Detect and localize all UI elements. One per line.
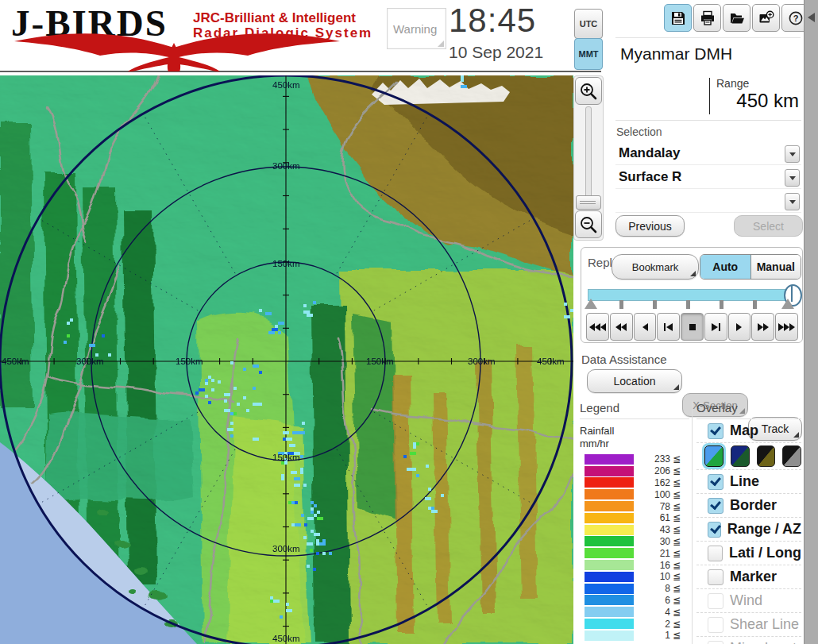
overlay-checkbox[interactable] [708,522,721,538]
legend-lte-symbol: ≦ [673,453,681,465]
legend-lte-symbol: ≦ [673,560,681,571]
time-tick [619,300,623,309]
chevron-down-icon [789,176,796,180]
overlay-checkbox[interactable] [708,546,723,561]
overlay-label: Marker [730,569,777,585]
replay-panel: Replay Bookmark Auto Manual [581,247,803,343]
site-dropdown-value: Mandalay [619,145,680,161]
overlay-label: Microburst [730,640,797,644]
legend-lte-symbol: ≦ [673,477,681,488]
divider [580,418,689,419]
range-end-marker[interactable] [781,299,794,309]
zoom-slider-thumb[interactable] [576,195,601,210]
overlay-item-line: Line [696,469,801,493]
legend-swatch [585,595,634,605]
legend-entry: 6≦ [580,595,689,607]
legend-lte-symbol: ≦ [673,536,681,547]
extra-dropdown-arrow[interactable] [785,193,800,210]
help-icon: ? [788,10,804,26]
site-dropdown-arrow[interactable] [785,145,800,163]
product-dropdown[interactable]: Surface R [615,167,801,189]
map-style-swatch[interactable] [757,445,776,467]
range-divider [709,78,710,114]
overlay-item-border: Border [696,493,801,517]
mmt-button[interactable]: MMT [574,38,603,70]
open-folder-button[interactable] [723,4,750,32]
manual-button[interactable]: Manual [751,255,801,279]
legend-lte-symbol: ≦ [673,465,681,476]
station-title: Myanmar DMH [620,44,732,64]
step-forward-icon [711,322,721,332]
svg-text:450km: 450km [272,80,300,90]
legend-value: 16 [634,560,673,571]
overlay-checkbox[interactable] [708,474,723,490]
bookmark-button[interactable]: Bookmark [612,254,699,280]
range-start-marker[interactable] [585,299,597,309]
replay-progress-bar[interactable] [588,289,801,301]
panel-collapse-strip[interactable] [804,0,818,644]
stop-button[interactable] [681,313,704,341]
product-dropdown-arrow[interactable] [785,169,800,187]
zoom-slider-track[interactable] [585,106,592,199]
rewind-2-icon [615,322,627,332]
overlay-checkbox[interactable] [708,423,723,439]
zoom-out-button[interactable] [575,210,602,238]
svg-text:450km: 450km [2,357,29,366]
open-folder-icon [729,10,745,26]
legend-swatch [585,631,634,641]
add-image-icon [758,10,774,26]
map-style-picker [696,442,801,469]
svg-text:?: ? [793,13,798,23]
radar-map[interactable]: 450km300km150km150km300km450km450km300km… [0,75,573,644]
forward-2-button[interactable] [751,313,774,341]
legend-entry: 4≦ [580,606,689,618]
step-back-button[interactable] [657,313,680,341]
time-tick [686,300,690,309]
data-assistance-label: Data Assistance [581,353,667,366]
legend-swatch [585,548,634,558]
overlay-checkbox[interactable] [708,569,723,585]
legend-value: 30 [634,536,673,547]
legend-value: 4 [634,607,673,618]
overlay-item-shear-line: Shear Line [696,612,801,636]
rewind-2-button[interactable] [610,313,633,341]
product-dropdown-value: Surface R [619,169,681,185]
legend-entry: 16≦ [580,559,689,571]
overlay-section: Overlay MapLineBorderRange / AZLati / Lo… [696,401,801,644]
utc-button[interactable]: UTC [574,9,603,39]
fast-rewind-3-icon [588,322,606,332]
step-forward-button[interactable] [704,313,727,341]
site-dropdown[interactable]: Mandalay [615,143,801,165]
magnifier-minus-icon [579,215,598,234]
extra-dropdown[interactable] [615,191,801,213]
map-style-swatch[interactable] [731,445,750,467]
warning-label: Warning [393,22,437,36]
fast-forward-3-button[interactable] [775,313,798,341]
legend-value: 233 [634,453,673,465]
legend-entry: 78≦ [580,500,689,512]
fast-rewind-3-button[interactable] [586,313,609,341]
svg-text:150km: 150km [272,453,300,462]
overlay-checkbox[interactable] [708,498,723,514]
range-box: Range 450 km [615,75,801,121]
legend-lte-symbol: ≦ [673,595,681,606]
auto-button[interactable]: Auto [700,255,751,279]
legend-entry: 2≦ [580,618,689,630]
legend-lte-symbol: ≦ [673,489,681,500]
forward-2-icon [757,322,770,332]
location-button[interactable]: Location [587,369,682,393]
save-button[interactable] [664,4,692,32]
legend-value: 21 [634,548,673,559]
print-button[interactable] [693,4,721,32]
map-style-swatch[interactable] [782,445,801,467]
play-reverse-button[interactable] [634,313,657,341]
range-label: Range [716,77,749,90]
add-image-button[interactable] [752,4,780,32]
previous-button[interactable]: Previous [615,215,685,237]
print-icon [700,10,716,26]
overlay-label: Shear Line [730,616,799,633]
zoom-in-button[interactable] [575,77,602,105]
map-style-swatch[interactable] [704,445,723,467]
play-button[interactable] [728,313,751,341]
warning-box[interactable]: Warning [387,8,446,49]
